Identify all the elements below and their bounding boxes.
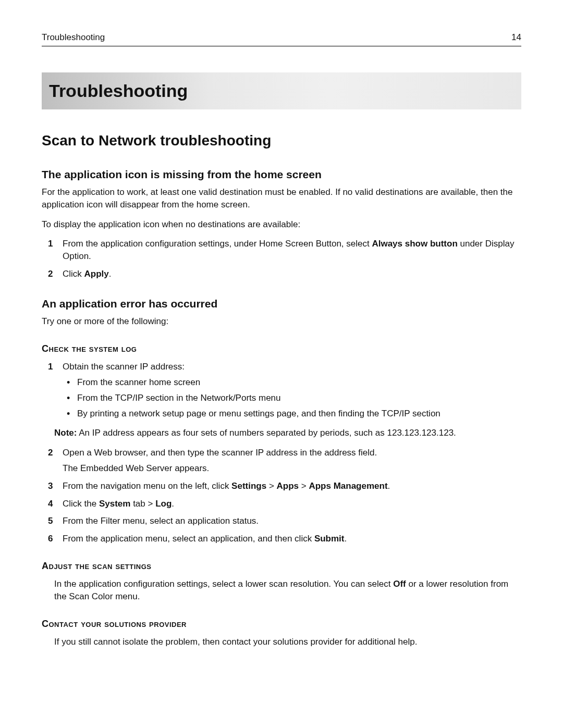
bold-text: Log bbox=[155, 499, 172, 509]
list-marker: 2 bbox=[48, 268, 53, 280]
list-item: 3 From the navigation menu on the left, … bbox=[42, 480, 521, 492]
bold-text: Apply bbox=[84, 269, 109, 279]
list-item: 1 Obtain the scanner IP address: From th… bbox=[42, 361, 521, 419]
bold-text: Apps bbox=[277, 481, 299, 491]
list-marker: 3 bbox=[48, 480, 53, 492]
paragraph: Try one or more of the following: bbox=[42, 315, 521, 328]
page-title: Troubleshooting bbox=[42, 72, 521, 110]
bold-text: Submit bbox=[314, 534, 345, 544]
list-item: From the TCP/IP section in the Network/P… bbox=[63, 392, 521, 404]
list-item: 1 From the application configuration set… bbox=[42, 238, 521, 263]
text: From the navigation menu on the left, cl… bbox=[63, 481, 231, 491]
list-marker: 5 bbox=[48, 515, 53, 527]
text: Open a Web browser, and then type the sc… bbox=[63, 448, 377, 458]
list-marker: 1 bbox=[48, 238, 53, 250]
paragraph: To display the application icon when no … bbox=[42, 218, 521, 231]
list-item: From the scanner home screen bbox=[63, 376, 521, 389]
text: > bbox=[266, 481, 276, 491]
text: From the application configuration setti… bbox=[63, 239, 372, 249]
ordered-list: 1 Obtain the scanner IP address: From th… bbox=[42, 361, 521, 419]
note-label: Note: bbox=[54, 428, 77, 438]
note: Note: An IP address appears as four sets… bbox=[54, 427, 521, 439]
section-heading: Scan to Network troubleshooting bbox=[42, 130, 521, 151]
paragraph: For the application to work, at least on… bbox=[42, 186, 521, 211]
text: The Embedded Web Server appears. bbox=[63, 462, 521, 475]
text: > bbox=[299, 481, 309, 491]
text: From the Filter menu, select an applicat… bbox=[63, 516, 259, 526]
ordered-list: 1 From the application configuration set… bbox=[42, 238, 521, 280]
bullet-list: From the scanner home screen From the TC… bbox=[63, 376, 521, 419]
list-marker: 4 bbox=[48, 498, 53, 510]
topic-check-system-log: Check the system log bbox=[42, 342, 521, 355]
text: In the application configuration setting… bbox=[54, 579, 393, 589]
paragraph: In the application configuration setting… bbox=[54, 578, 521, 603]
text: Click the bbox=[63, 499, 99, 509]
list-item: 5 From the Filter menu, select an applic… bbox=[42, 515, 521, 527]
note-text: An IP address appears as four sets of nu… bbox=[77, 428, 456, 438]
ordered-list: 2 Open a Web browser, and then type the … bbox=[42, 447, 521, 545]
list-item: 2 Click Apply. bbox=[42, 268, 521, 280]
topic-adjust-scan-settings: Adjust the scan settings bbox=[42, 560, 521, 573]
list-item: 6 From the application menu, select an a… bbox=[42, 533, 521, 545]
text: . bbox=[172, 499, 174, 509]
bold-text: System bbox=[99, 499, 130, 509]
header-section: Troubleshooting bbox=[42, 31, 105, 44]
text: Obtain the scanner IP address: bbox=[63, 362, 185, 372]
text: tab > bbox=[130, 499, 155, 509]
text: . bbox=[388, 481, 390, 491]
list-marker: 6 bbox=[48, 533, 53, 545]
text: . bbox=[109, 269, 112, 279]
paragraph: If you still cannot isolate the problem,… bbox=[54, 636, 521, 648]
header-page-number: 14 bbox=[511, 31, 521, 44]
list-marker: 1 bbox=[48, 361, 53, 373]
text: . bbox=[345, 534, 347, 544]
bold-text: Off bbox=[393, 579, 406, 589]
page-header: Troubleshooting 14 bbox=[42, 31, 521, 46]
bold-text: Settings bbox=[231, 481, 266, 491]
list-marker: 2 bbox=[48, 447, 53, 459]
list-item: By printing a network setup page or menu… bbox=[63, 408, 521, 420]
list-item: 4 Click the System tab > Log. bbox=[42, 498, 521, 510]
list-item: 2 Open a Web browser, and then type the … bbox=[42, 447, 521, 475]
text: From the application menu, select an app… bbox=[63, 534, 314, 544]
subsection-app-error: An application error has occurred bbox=[42, 296, 521, 311]
topic-contact-provider: Contact your solutions provider bbox=[42, 618, 521, 631]
subsection-missing-icon: The application icon is missing from the… bbox=[42, 167, 521, 182]
bold-text: Apps Management bbox=[309, 481, 387, 491]
text: Click bbox=[63, 269, 84, 279]
bold-text: Always show button bbox=[372, 239, 457, 249]
